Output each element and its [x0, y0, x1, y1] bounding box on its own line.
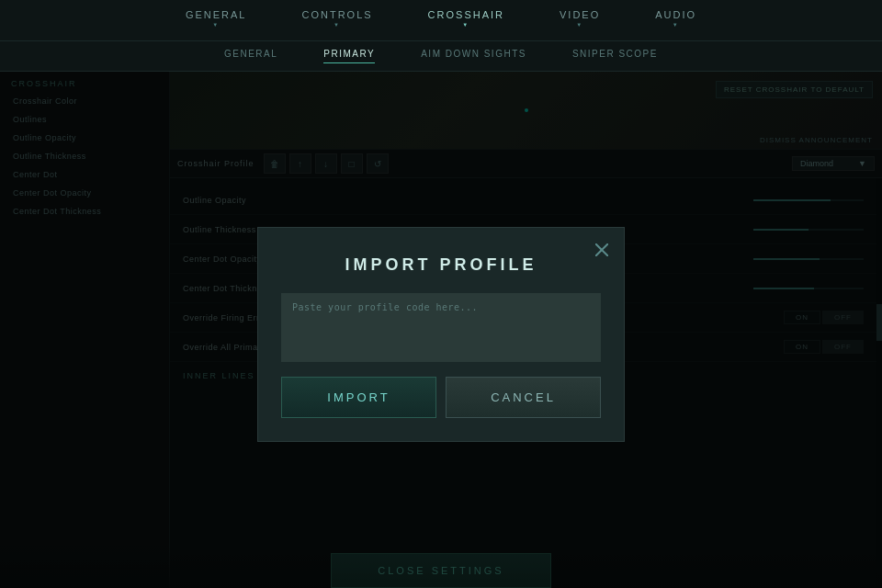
modal-title: IMPORT PROFILE: [281, 255, 601, 275]
modal-buttons: IMPORT CANCEL: [281, 377, 601, 418]
sub-nav-ads[interactable]: AIM DOWN SIGHTS: [421, 49, 526, 63]
sub-nav-sniper[interactable]: SNIPER SCOPE: [572, 49, 658, 63]
nav-general[interactable]: GENERAL: [186, 9, 247, 35]
cancel-button[interactable]: CANCEL: [446, 377, 601, 418]
sub-nav-general[interactable]: GENERAL: [224, 49, 277, 63]
nav-controls[interactable]: CONTROLS: [301, 9, 372, 35]
top-nav: GENERAL CONTROLS CROSSHAIR VIDEO AUDIO: [0, 0, 882, 41]
import-button[interactable]: IMPORT: [281, 377, 436, 418]
profile-code-input[interactable]: [281, 293, 601, 362]
sub-nav: GENERAL PRIMARY AIM DOWN SIGHTS SNIPER S…: [0, 41, 882, 72]
modal-close-button[interactable]: [591, 239, 613, 261]
import-profile-dialog: IMPORT PROFILE IMPORT CANCEL: [257, 227, 625, 442]
sub-nav-primary[interactable]: PRIMARY: [323, 49, 375, 63]
nav-video[interactable]: VIDEO: [560, 9, 600, 35]
nav-crosshair[interactable]: CROSSHAIR: [428, 9, 504, 35]
main-content: CROSSHAIR Crosshair Color Outlines Outli…: [0, 72, 882, 588]
nav-audio[interactable]: AUDIO: [655, 9, 696, 35]
close-icon: [595, 243, 608, 256]
modal-overlay: IMPORT PROFILE IMPORT CANCEL: [0, 72, 882, 588]
